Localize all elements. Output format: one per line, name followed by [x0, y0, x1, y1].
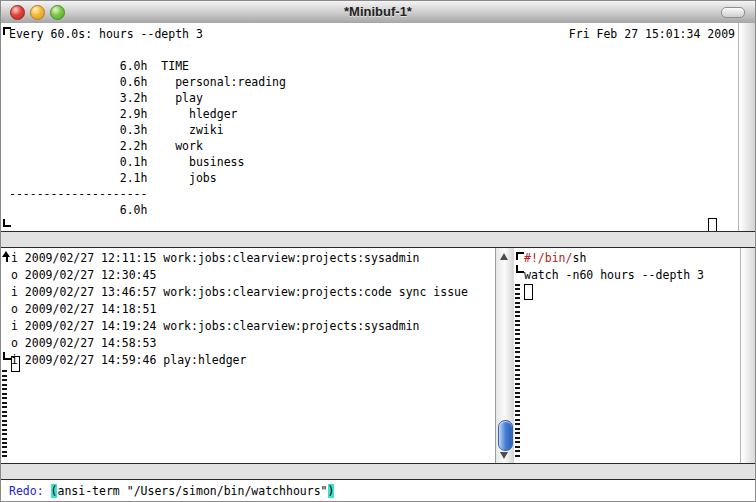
shebang-shell: sh	[572, 251, 586, 265]
buffer-bottom-indicator	[3, 352, 11, 360]
redo-prompt: Redo:	[9, 484, 51, 498]
titlebar[interactable]: *Minibuf-1*	[1, 1, 755, 24]
report-line: 2.9h hledger	[9, 106, 286, 122]
report-line: 6.0h TIME	[9, 58, 286, 74]
empty-lines-indicator	[2, 370, 7, 459]
report-line: 2.1h jobs	[9, 170, 286, 186]
report-line: 0.1h business	[9, 154, 286, 170]
ansi-term-pane[interactable]: Every 60.0s: hours --depth 3 Fri Feb 27 …	[1, 23, 755, 231]
minibuffer-command: ansi-term "/Users/simon/bin/watchhours"	[57, 484, 327, 498]
timelog-line: o 2009/02/27 12:30:45	[11, 267, 468, 284]
buffer-bottom-indicator	[3, 219, 11, 227]
empty-lines-indicator	[515, 284, 520, 459]
matched-close-paren: )	[328, 484, 335, 498]
script-line: watch -n60 hours --depth 3	[524, 267, 704, 284]
timelog-line: i 2009/02/27 14:19:24 work:jobs:clearvie…	[11, 318, 468, 335]
buffer-top-indicator	[516, 252, 524, 260]
scrolled-above-indicator	[2, 251, 11, 262]
script-lines: #!/bin/sh watch -n60 hours --depth 3	[524, 250, 704, 284]
minibuffer-text: Redo: (ansi-term "/Users/simon/bin/watch…	[9, 483, 334, 499]
report-line: 0.3h zwiki	[9, 122, 286, 138]
report-line: --------------------	[9, 186, 286, 202]
top-pane-scrollbar[interactable]	[738, 23, 755, 231]
watch-header: Every 60.0s: hours --depth 3 Fri Feb 27 …	[9, 26, 735, 42]
scroll-up-arrow[interactable]	[500, 253, 508, 260]
report-line: 2.2h work	[9, 138, 286, 154]
toolbar-toggle-button[interactable]	[721, 7, 745, 18]
timelog-scrollbar[interactable]	[495, 248, 516, 463]
shebang-interpreter: #!/bin/	[524, 251, 572, 265]
watchhours-pane[interactable]: #!/bin/sh watch -n60 hours --depth 3	[514, 248, 756, 463]
watch-timestamp: Fri Feb 27 15:01:34 2009	[569, 26, 735, 42]
report-line: 6.0h	[9, 202, 286, 218]
buffer-bottom-indicator	[516, 265, 524, 273]
timelog-cursor	[11, 356, 20, 372]
bottom-split: i 2009/02/27 12:11:15 work:jobs:clearvie…	[1, 248, 755, 463]
modeline-ansi-term[interactable]: -u:** *ansi-term* All (13,101) (Term: ch…	[1, 231, 756, 248]
window-title: *Minibuf-1*	[1, 4, 755, 19]
minibuffer[interactable]: Redo: (ansi-term "/Users/simon/bin/watch…	[1, 480, 755, 501]
timelog-lines: i 2009/02/27 12:11:15 work:jobs:clearvie…	[11, 250, 468, 369]
timelog-line: o 2009/02/27 14:58:53	[11, 335, 468, 352]
timelog-line: i 2009/02/27 13:46:57 work:jobs:clearvie…	[11, 284, 468, 301]
timelog-line: i 2009/02/27 14:59:46 play:hledger	[11, 352, 468, 369]
timelog-line: i 2009/02/27 12:11:15 work:jobs:clearvie…	[11, 250, 468, 267]
emacs-window: *Minibuf-1* Every 60.0s: hours --depth 3…	[0, 0, 756, 502]
modeline-timelog[interactable]: --:-- current.timelog Bot (3726,0) darcs…	[1, 463, 514, 480]
watch-command-text: Every 60.0s: hours --depth 3	[9, 26, 203, 42]
report-line: 0.6h personal:reading	[9, 74, 286, 90]
report-line: 3.2h play	[9, 90, 286, 106]
shebang-line: #!/bin/sh	[524, 250, 704, 267]
timelog-line: o 2009/02/27 14:18:51	[11, 301, 468, 318]
scrollbar-thumb[interactable]	[498, 420, 513, 451]
watchhours-scrollbar[interactable]	[740, 248, 756, 463]
script-cursor	[524, 284, 533, 300]
timelog-pane[interactable]: i 2009/02/27 12:11:15 work:jobs:clearvie…	[1, 248, 495, 463]
hours-report: 6.0h TIME 0.6h personal:reading 3.2h pla…	[9, 42, 286, 218]
scroll-down-arrow[interactable]	[500, 452, 508, 459]
modeline-watchhours[interactable]: --:-- watchhours All (3,0)---	[514, 463, 756, 480]
report-line	[9, 42, 286, 58]
